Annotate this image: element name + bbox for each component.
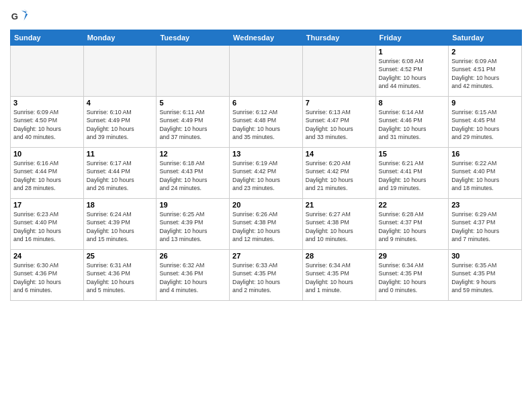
day-cell: 14Sunrise: 6:20 AM Sunset: 4:42 PM Dayli…	[302, 148, 375, 199]
day-cell: 12Sunrise: 6:18 AM Sunset: 4:43 PM Dayli…	[157, 148, 230, 199]
weekday-header-tuesday: Tuesday	[157, 30, 230, 46]
day-number: 15	[379, 150, 446, 158]
day-info: Sunrise: 6:10 AM Sunset: 4:49 PM Dayligh…	[87, 108, 154, 141]
weekday-header-saturday: Saturday	[449, 30, 522, 46]
day-info: Sunrise: 6:30 AM Sunset: 4:36 PM Dayligh…	[13, 261, 81, 294]
day-info: Sunrise: 6:27 AM Sunset: 4:38 PM Dayligh…	[306, 210, 373, 243]
day-cell: 29Sunrise: 6:34 AM Sunset: 4:35 PM Dayli…	[375, 250, 449, 301]
day-cell: 18Sunrise: 6:24 AM Sunset: 4:39 PM Dayli…	[83, 199, 157, 250]
day-cell: 25Sunrise: 6:31 AM Sunset: 4:36 PM Dayli…	[83, 250, 157, 301]
day-cell	[83, 46, 157, 97]
week-row-1: 1Sunrise: 6:08 AM Sunset: 4:52 PM Daylig…	[11, 46, 522, 97]
day-cell	[230, 46, 303, 97]
page: G SundayMondayTuesdayWednesdayThursdayFr…	[0, 0, 532, 411]
day-cell: 23Sunrise: 6:29 AM Sunset: 4:37 PM Dayli…	[449, 199, 522, 250]
day-number: 1	[379, 48, 446, 56]
day-cell: 13Sunrise: 6:19 AM Sunset: 4:42 PM Dayli…	[230, 148, 303, 199]
day-number: 5	[159, 99, 226, 107]
day-number: 20	[232, 201, 300, 209]
day-info: Sunrise: 6:25 AM Sunset: 4:39 PM Dayligh…	[159, 210, 226, 243]
day-cell: 9Sunrise: 6:15 AM Sunset: 4:45 PM Daylig…	[449, 97, 522, 148]
day-number: 9	[451, 99, 519, 107]
day-number: 8	[379, 99, 446, 107]
day-cell: 3Sunrise: 6:09 AM Sunset: 4:50 PM Daylig…	[11, 97, 84, 148]
day-cell	[302, 46, 375, 97]
day-info: Sunrise: 6:32 AM Sunset: 4:36 PM Dayligh…	[159, 261, 226, 294]
day-info: Sunrise: 6:35 AM Sunset: 4:35 PM Dayligh…	[451, 261, 519, 294]
day-number: 4	[87, 99, 154, 107]
day-info: Sunrise: 6:23 AM Sunset: 4:40 PM Dayligh…	[13, 210, 81, 243]
day-number: 23	[451, 201, 519, 209]
calendar: SundayMondayTuesdayWednesdayThursdayFrid…	[10, 30, 522, 301]
day-cell: 8Sunrise: 6:14 AM Sunset: 4:46 PM Daylig…	[375, 97, 449, 148]
logo: G	[10, 7, 32, 26]
day-number: 25	[87, 252, 154, 260]
day-info: Sunrise: 6:17 AM Sunset: 4:44 PM Dayligh…	[87, 159, 154, 192]
day-cell: 6Sunrise: 6:12 AM Sunset: 4:48 PM Daylig…	[230, 97, 303, 148]
day-cell: 7Sunrise: 6:13 AM Sunset: 4:47 PM Daylig…	[302, 97, 375, 148]
day-info: Sunrise: 6:20 AM Sunset: 4:42 PM Dayligh…	[306, 159, 373, 192]
weekday-header-thursday: Thursday	[302, 30, 375, 46]
week-row-2: 3Sunrise: 6:09 AM Sunset: 4:50 PM Daylig…	[11, 97, 522, 148]
svg-text:G: G	[11, 11, 18, 21]
day-info: Sunrise: 6:21 AM Sunset: 4:41 PM Dayligh…	[379, 159, 446, 192]
day-number: 14	[306, 150, 373, 158]
day-info: Sunrise: 6:13 AM Sunset: 4:47 PM Dayligh…	[306, 108, 373, 141]
day-cell: 24Sunrise: 6:30 AM Sunset: 4:36 PM Dayli…	[11, 250, 84, 301]
day-cell	[157, 46, 230, 97]
day-number: 2	[451, 48, 519, 56]
day-info: Sunrise: 6:09 AM Sunset: 4:50 PM Dayligh…	[13, 108, 81, 141]
day-number: 11	[87, 150, 154, 158]
day-number: 27	[232, 252, 300, 260]
day-info: Sunrise: 6:22 AM Sunset: 4:40 PM Dayligh…	[451, 159, 519, 192]
week-row-4: 17Sunrise: 6:23 AM Sunset: 4:40 PM Dayli…	[11, 199, 522, 250]
weekday-header-sunday: Sunday	[11, 30, 84, 46]
day-number: 28	[306, 252, 373, 260]
day-cell: 27Sunrise: 6:33 AM Sunset: 4:35 PM Dayli…	[230, 250, 303, 301]
day-number: 24	[13, 252, 81, 260]
day-info: Sunrise: 6:29 AM Sunset: 4:37 PM Dayligh…	[451, 210, 519, 243]
day-info: Sunrise: 6:08 AM Sunset: 4:52 PM Dayligh…	[379, 57, 446, 90]
day-cell	[11, 46, 84, 97]
day-number: 10	[13, 150, 81, 158]
day-number: 6	[232, 99, 300, 107]
day-number: 3	[13, 99, 81, 107]
day-number: 22	[379, 201, 446, 209]
header: G	[10, 7, 522, 26]
day-cell: 17Sunrise: 6:23 AM Sunset: 4:40 PM Dayli…	[11, 199, 84, 250]
day-cell: 4Sunrise: 6:10 AM Sunset: 4:49 PM Daylig…	[83, 97, 157, 148]
day-cell: 21Sunrise: 6:27 AM Sunset: 4:38 PM Dayli…	[302, 199, 375, 250]
week-row-3: 10Sunrise: 6:16 AM Sunset: 4:44 PM Dayli…	[11, 148, 522, 199]
day-info: Sunrise: 6:19 AM Sunset: 4:42 PM Dayligh…	[232, 159, 300, 192]
day-number: 12	[159, 150, 226, 158]
day-number: 18	[87, 201, 154, 209]
weekday-header-row: SundayMondayTuesdayWednesdayThursdayFrid…	[11, 30, 522, 46]
day-number: 16	[451, 150, 519, 158]
day-number: 21	[306, 201, 373, 209]
day-cell: 1Sunrise: 6:08 AM Sunset: 4:52 PM Daylig…	[375, 46, 449, 97]
day-number: 13	[232, 150, 300, 158]
day-number: 7	[306, 99, 373, 107]
day-cell: 20Sunrise: 6:26 AM Sunset: 4:38 PM Dayli…	[230, 199, 303, 250]
day-info: Sunrise: 6:33 AM Sunset: 4:35 PM Dayligh…	[232, 261, 300, 294]
day-info: Sunrise: 6:15 AM Sunset: 4:45 PM Dayligh…	[451, 108, 519, 141]
day-cell: 10Sunrise: 6:16 AM Sunset: 4:44 PM Dayli…	[11, 148, 84, 199]
day-cell: 22Sunrise: 6:28 AM Sunset: 4:37 PM Dayli…	[375, 199, 449, 250]
weekday-header-friday: Friday	[375, 30, 449, 46]
day-cell: 26Sunrise: 6:32 AM Sunset: 4:36 PM Dayli…	[157, 250, 230, 301]
day-info: Sunrise: 6:24 AM Sunset: 4:39 PM Dayligh…	[87, 210, 154, 243]
day-cell: 16Sunrise: 6:22 AM Sunset: 4:40 PM Dayli…	[449, 148, 522, 199]
day-cell: 19Sunrise: 6:25 AM Sunset: 4:39 PM Dayli…	[157, 199, 230, 250]
logo-icon: G	[10, 7, 29, 26]
week-row-5: 24Sunrise: 6:30 AM Sunset: 4:36 PM Dayli…	[11, 250, 522, 301]
day-cell: 11Sunrise: 6:17 AM Sunset: 4:44 PM Dayli…	[83, 148, 157, 199]
day-number: 30	[451, 252, 519, 260]
day-cell: 30Sunrise: 6:35 AM Sunset: 4:35 PM Dayli…	[449, 250, 522, 301]
day-info: Sunrise: 6:09 AM Sunset: 4:51 PM Dayligh…	[451, 57, 519, 90]
day-info: Sunrise: 6:31 AM Sunset: 4:36 PM Dayligh…	[87, 261, 154, 294]
day-info: Sunrise: 6:11 AM Sunset: 4:49 PM Dayligh…	[159, 108, 226, 141]
day-info: Sunrise: 6:26 AM Sunset: 4:38 PM Dayligh…	[232, 210, 300, 243]
weekday-header-wednesday: Wednesday	[230, 30, 303, 46]
day-info: Sunrise: 6:16 AM Sunset: 4:44 PM Dayligh…	[13, 159, 81, 192]
day-number: 26	[159, 252, 226, 260]
